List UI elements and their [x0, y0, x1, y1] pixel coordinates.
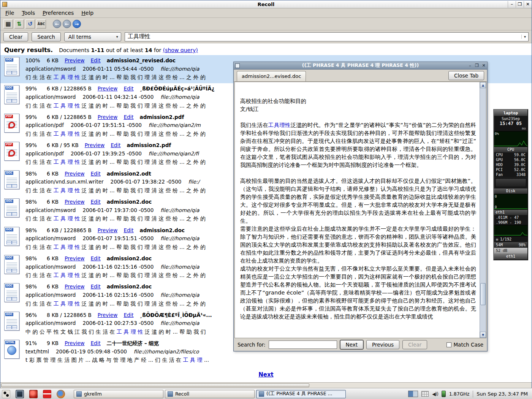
sort-icon[interactable]: ⇅ — [14, 19, 24, 28]
result-preview-link[interactable]: Preview — [65, 198, 85, 206]
result-edit-link[interactable]: Edit — [91, 255, 101, 263]
result-size: 6 KB — [47, 198, 59, 206]
result-preview-link[interactable]: Preview — [85, 142, 105, 149]
find-previous-button[interactable]: Previous — [366, 340, 399, 349]
result-edit-link[interactable]: Edit — [124, 85, 133, 93]
result-edit-link[interactable]: Edit — [91, 198, 101, 206]
result-preview-link[interactable]: Preview — [98, 85, 118, 93]
close-tab-button[interactable]: Close Tab — [448, 71, 484, 80]
gkrellm-disk-title: Disk — [494, 188, 527, 194]
disk-write-label: 0 — [495, 205, 497, 209]
result-preview-link[interactable]: Preview — [65, 340, 85, 347]
preview-maximize-icon[interactable]: ❒ — [473, 63, 480, 69]
titlebar[interactable]: Recoll – ❒ ✕ — [0, 0, 532, 8]
window-controls: – ❒ ✕ — [508, 1, 532, 8]
preview-scrollbar-thumb[interactable] — [480, 283, 486, 305]
result-edit-link[interactable]: Edit — [91, 283, 101, 291]
doc-table-icon[interactable]: ▦ — [3, 19, 13, 28]
find-next-button[interactable]: Next — [340, 340, 363, 349]
next-page-link[interactable]: Next — [258, 371, 274, 378]
result-date: 2006-01-07 19:51:51 -0500 — [71, 122, 142, 129]
query-combo: ▾ — [125, 32, 529, 41]
result-preview-link[interactable]: Preview — [65, 283, 85, 291]
taskbar-clock[interactable]: Sun Sep 23, 3:47 PM — [477, 391, 528, 397]
close-icon[interactable]: ✕ — [524, 1, 532, 8]
result-edit-link[interactable]: Edit — [91, 57, 101, 65]
minimize-icon[interactable]: – — [508, 1, 516, 8]
result-relevance: 98% — [25, 283, 41, 291]
match-case-checkbox[interactable] — [446, 342, 451, 347]
result-preview-link[interactable]: Preview — [98, 114, 118, 121]
show-query-link[interactable]: (show query) — [163, 47, 198, 53]
forward-icon[interactable]: → — [73, 20, 81, 28]
player-launcher-icon[interactable] — [29, 390, 38, 398]
preview-tab[interactable]: admission2...evised.doc — [237, 71, 306, 81]
back-alt-icon[interactable]: ← — [63, 20, 71, 28]
clear-button[interactable]: Clear — [3, 32, 28, 41]
terminal-launcher-icon[interactable] — [16, 390, 24, 398]
task-label: Recoll — [175, 391, 189, 397]
pagination: Next — [0, 366, 532, 378]
result-relevance: 96% — [25, 312, 41, 319]
result-mime: application/vnd.sun.xml.writer — [25, 178, 104, 186]
result-preview-link[interactable]: Preview — [98, 227, 118, 234]
result-relevance: 98% — [25, 255, 41, 263]
preview-window-title: ((工 PHRASE 4 具 PHRASE 4 理 PHRASE 4 性)) — [234, 62, 487, 69]
horizontal-scrollbar[interactable] — [0, 382, 532, 388]
scroll-up-icon[interactable]: ▲ — [480, 82, 486, 88]
toolbox-launcher-icon[interactable] — [43, 390, 51, 398]
gkrellm-clock: Sun23Sep 15:47 05 — [494, 116, 527, 127]
result-edit-link[interactable]: Edit — [111, 142, 120, 149]
scroll-down-icon[interactable]: ▼ — [480, 332, 486, 338]
preview-titlebar[interactable]: ((工 PHRASE 4 具 PHRASE 4 理 PHRASE 4 性)) –… — [234, 62, 487, 70]
taskbar-task[interactable]: ((工 PHRASE 4 具 PHRASE ... — [256, 390, 346, 398]
result-mime: application/msword — [25, 207, 76, 214]
search-button[interactable]: Search — [32, 32, 60, 41]
keyboard-grid-icon[interactable] — [421, 391, 429, 397]
menu-preferences[interactable]: Preferences — [39, 9, 77, 17]
battery-icon[interactable] — [442, 391, 446, 397]
workspace-pager-icon[interactable] — [408, 391, 418, 397]
firefox-launcher-icon[interactable] — [57, 390, 65, 398]
horizontal-scrollbar-thumb[interactable] — [1, 383, 309, 387]
taskbar: gkrellmRecoll((工 PHRASE 4 具 PHRASE ... ◀… — [0, 388, 532, 399]
taskbar-task[interactable]: gkrellm — [74, 390, 163, 398]
result-preview-link[interactable]: Preview — [65, 255, 85, 263]
gkrellm-net-title: eth1 — [494, 210, 527, 215]
gkrellm-sensor-row: GPU56.0C — [494, 157, 527, 162]
preview-minimize-icon[interactable]: – — [467, 63, 473, 69]
menu-file[interactable]: File — [2, 9, 17, 17]
result-edit-link[interactable]: Edit — [124, 114, 133, 121]
result-edit-link[interactable]: Edit — [124, 312, 133, 319]
query-history-icon[interactable]: ▾ — [521, 35, 528, 39]
result-size: 8 KB / 1228865 B — [47, 312, 92, 319]
find-clear-button[interactable]: Clear — [402, 340, 427, 349]
preview-scrollbar[interactable]: ▲ ▼ — [480, 82, 486, 338]
volume-icon[interactable]: ◀)) — [432, 391, 438, 397]
result-preview-link[interactable]: Preview — [65, 170, 85, 178]
preview-scrollbar-track[interactable] — [480, 88, 486, 332]
result-date: 2006-01-11 04:32:14 -0500 — [82, 93, 154, 101]
search-input[interactable] — [125, 33, 521, 40]
result-preview-link[interactable]: Preview — [65, 57, 85, 65]
result-edit-link[interactable]: Edit — [91, 340, 101, 347]
history-icon[interactable]: ↺ — [25, 19, 35, 28]
gkrellm-cpu-title: CPU — [494, 147, 527, 152]
taskbar-task[interactable]: Recoll — [165, 390, 255, 398]
term-mode-select[interactable]: All terms ▾ — [64, 32, 121, 41]
maximize-icon[interactable]: ❒ — [516, 1, 524, 8]
result-edit-link[interactable]: Edit — [124, 227, 133, 234]
spellcheck-icon[interactable]: ÂBC — [36, 19, 46, 28]
gkrellm-sensor-row: Fan3348 — [494, 172, 527, 177]
back-icon[interactable]: ← — [53, 20, 61, 28]
find-input[interactable] — [269, 340, 337, 349]
result-preview-link[interactable]: Preview — [98, 312, 118, 319]
result-edit-link[interactable]: Edit — [91, 170, 101, 178]
preview-close-icon[interactable]: ✕ — [480, 63, 487, 69]
result-relevance: 99% — [25, 142, 41, 149]
result-date: 2006-01-07 19:39:25 -0500 — [71, 150, 142, 158]
menu-help[interactable]: Help — [78, 9, 97, 17]
menu-tools[interactable]: Tools — [18, 9, 38, 17]
result-size: 6 KB — [47, 283, 59, 291]
paw-launcher-icon[interactable] — [2, 390, 10, 398]
